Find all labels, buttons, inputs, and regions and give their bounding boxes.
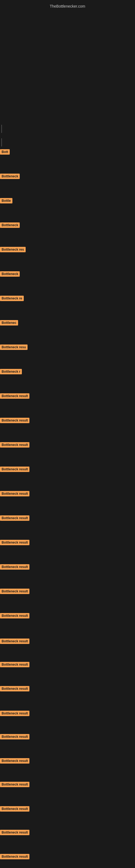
bottleneck-label-23: Bottleneck result: [0, 686, 30, 691]
bottleneck-label-15: Bottleneck result: [0, 491, 30, 496]
bottleneck-label-30: Bottleneck result: [0, 854, 30, 859]
bottleneck-label-21: Bottleneck result: [0, 639, 30, 644]
bottleneck-label-25: Bottleneck result: [0, 734, 30, 739]
bottleneck-label-11: Bottleneck result: [0, 393, 30, 399]
bottleneck-label-5: Bottleneck res: [0, 247, 26, 252]
bottleneck-label-29: Bottleneck result: [0, 830, 30, 835]
bottleneck-label-20: Bottleneck result: [0, 613, 30, 618]
bottleneck-label-4: Bottleneck: [0, 222, 20, 228]
bottleneck-label-24: Bottleneck result: [0, 711, 30, 716]
bottleneck-label-9: Bottleneck resu: [0, 344, 28, 350]
bottleneck-label-17: Bottleneck result: [0, 540, 30, 545]
bottleneck-label-10: Bottleneck r: [0, 369, 22, 374]
vertical-line-2: [1, 138, 2, 147]
bottleneck-label-6: Bottleneck: [0, 271, 20, 277]
bottleneck-label-16: Bottleneck result: [0, 516, 30, 521]
bottleneck-label-22: Bottleneck result: [0, 662, 30, 667]
bottleneck-label-28: Bottleneck result: [0, 806, 30, 812]
bottleneck-label-14: Bottleneck result: [0, 467, 30, 472]
vertical-line-1: [1, 125, 2, 133]
bottleneck-label-1: Bott: [0, 149, 10, 155]
bottleneck-label-18: Bottleneck result: [0, 564, 30, 569]
bottleneck-label-3: Bottle: [0, 198, 12, 204]
bottleneck-label-7: Bottleneck re: [0, 296, 24, 301]
bottleneck-label-2: Bottleneck: [0, 174, 20, 179]
bottleneck-label-27: Bottleneck result: [0, 782, 30, 787]
bottleneck-label-13: Bottleneck result: [0, 442, 30, 447]
bottleneck-label-8: Bottlenec: [0, 320, 18, 326]
site-title: TheBottlenecker.com: [0, 1, 135, 11]
bottleneck-label-12: Bottleneck result: [0, 418, 30, 423]
bottleneck-label-19: Bottleneck result: [0, 589, 30, 594]
bottleneck-label-26: Bottleneck result: [0, 758, 30, 764]
